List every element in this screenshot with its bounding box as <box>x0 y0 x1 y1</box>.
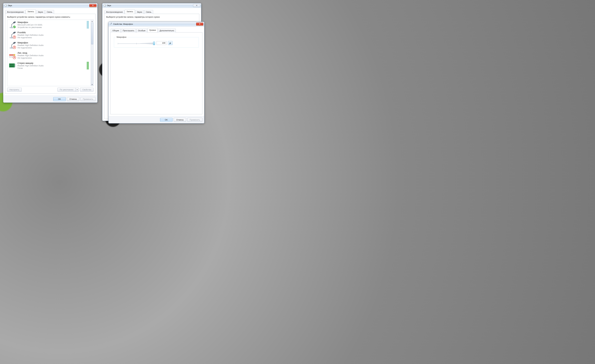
titlebar[interactable]: Звук X <box>3 3 97 8</box>
device-icon <box>8 41 16 49</box>
svg-point-11 <box>14 54 15 56</box>
tab-playback[interactable]: Воспроизведение <box>5 10 25 14</box>
device-icon <box>8 62 16 69</box>
svg-rect-15 <box>15 64 15 67</box>
titlebar[interactable]: Звук ✕ <box>102 3 201 8</box>
device-name: Стерео микшер <box>17 62 85 64</box>
cancel-button[interactable]: Отмена <box>174 118 186 122</box>
mic-icon <box>110 23 112 26</box>
apply-button[interactable]: Применить <box>80 97 96 101</box>
window-title: Свойства: Микрофон <box>113 23 133 25</box>
svg-point-22 <box>111 23 112 23</box>
device-driver: Realtek High Definition Audio <box>17 64 85 67</box>
sound-dialog-left: Звук X Воспроизведение Запись Звуки Связ… <box>3 3 98 103</box>
tabstrip: Воспроизведение Запись Звуки Связь <box>104 9 199 14</box>
tab-levels[interactable]: Уровни <box>147 28 157 32</box>
slider-thumb[interactable] <box>153 42 155 45</box>
window-title: Звук <box>8 4 12 7</box>
tab-communications[interactable]: Связь <box>45 10 54 14</box>
cancel-button[interactable]: Отмена <box>67 97 79 101</box>
hint-text: Выберите устройство записи, параметры ко… <box>106 16 197 18</box>
set-default-dropdown[interactable]: ▾ <box>76 88 79 92</box>
scrollbar[interactable]: ▲ ▼ <box>91 20 93 86</box>
mic-level-value[interactable]: 100 <box>156 41 166 45</box>
device-row[interactable]: МикрофонRealtek High Definition AudioНе … <box>7 40 91 50</box>
device-name: Лин. вход <box>17 52 90 54</box>
ok-button[interactable]: OK <box>160 118 172 122</box>
properties-button[interactable]: Свойства <box>80 88 93 92</box>
tab-page-levels: Микрофон 100 🔊 <box>110 32 202 114</box>
svg-rect-14 <box>9 63 15 68</box>
mute-button[interactable]: 🔊 <box>168 41 173 45</box>
tab-playback[interactable]: Воспроизведение <box>105 10 124 14</box>
app-icon <box>104 4 106 7</box>
close-button[interactable]: X <box>196 23 203 26</box>
device-row[interactable]: Стерео микшерRealtek High Definition Aud… <box>7 61 91 71</box>
dialog-footer: OK Отмена Применить <box>108 116 204 123</box>
device-name: FrontMic <box>17 31 90 34</box>
device-row[interactable]: Лин. входRealtek High Definition AudioНе… <box>7 50 91 61</box>
set-default-split-button[interactable]: По умолчанию ▾ <box>57 88 79 92</box>
close-button[interactable]: X <box>89 4 96 7</box>
mic-properties-dialog: Свойства: Микрофон X Общие Прослушать Ос… <box>108 22 204 124</box>
svg-rect-21 <box>111 24 111 25</box>
tab-general[interactable]: Общие <box>111 29 121 33</box>
device-name: Микрофон <box>17 41 90 44</box>
mic-level-slider[interactable] <box>118 41 155 45</box>
tab-page-recording: Выберите устройство записи, параметры ко… <box>5 14 96 94</box>
device-icon <box>8 52 16 59</box>
device-icon <box>8 21 16 28</box>
hint-text: Выберите устройство записи, параметры ко… <box>7 16 93 18</box>
tab-recording[interactable]: Запись <box>26 9 36 14</box>
set-default-button[interactable]: По умолчанию <box>57 88 76 92</box>
device-driver: Microsoft LifeCam VX-5000. <box>17 24 85 26</box>
apply-button[interactable]: Применить <box>187 118 202 122</box>
svg-point-18 <box>13 64 13 65</box>
tab-sounds[interactable]: Звуки <box>135 10 144 14</box>
ok-button[interactable]: OK <box>53 97 66 101</box>
level-meter <box>87 62 89 69</box>
tabstrip: Воспроизведение Запись Звуки Связь <box>5 9 96 14</box>
svg-point-17 <box>11 64 12 65</box>
scroll-down-icon[interactable]: ▼ <box>91 83 93 86</box>
svg-rect-9 <box>9 55 14 55</box>
tab-listen[interactable]: Прослушать <box>121 29 136 33</box>
device-row[interactable]: МикрофонMicrosoft LifeCam VX-5000.Устрой… <box>7 20 91 30</box>
svg-rect-19 <box>10 66 14 67</box>
app-icon <box>5 4 7 7</box>
tab-recording[interactable]: Запись <box>125 9 135 14</box>
dialog-footer: OK Отмена Применить <box>3 96 97 103</box>
device-status: Устройство по умолчанию <box>17 26 85 28</box>
tab-communications[interactable]: Связь <box>144 10 153 14</box>
mic-level-group: Микрофон 100 🔊 <box>114 37 199 48</box>
device-driver: Realtek High Definition Audio <box>17 34 90 36</box>
device-driver: Realtek High Definition Audio <box>17 44 90 46</box>
tab-advanced[interactable]: Дополнительно <box>158 29 176 33</box>
device-icon <box>8 31 16 39</box>
device-status: Не подключено <box>17 57 90 59</box>
tab-sounds[interactable]: Звуки <box>36 10 45 14</box>
window-title: Звук <box>107 4 111 7</box>
titlebar[interactable]: Свойства: Микрофон X <box>108 22 204 27</box>
tabstrip: Общие Прослушать Особые Уровни Дополните… <box>110 28 202 33</box>
device-status: Готов <box>17 67 85 69</box>
device-row[interactable]: FrontMicRealtek High Definition AudioНе … <box>7 30 91 40</box>
configure-button[interactable]: Настроить <box>7 88 22 92</box>
scroll-up-icon[interactable]: ▲ <box>91 20 93 22</box>
speaker-icon: 🔊 <box>169 42 171 44</box>
device-list: МикрофонMicrosoft LifeCam VX-5000.Устрой… <box>7 20 93 86</box>
level-meter <box>87 21 89 28</box>
device-name: Микрофон <box>17 21 85 23</box>
close-button[interactable]: ✕ <box>193 4 200 7</box>
device-driver: Realtek High Definition Audio <box>17 54 90 57</box>
group-label: Микрофон <box>116 36 127 38</box>
scroll-thumb[interactable] <box>91 23 93 44</box>
device-status: Не подключено <box>17 36 90 39</box>
svg-point-16 <box>10 64 11 65</box>
tab-custom[interactable]: Особые <box>136 29 147 33</box>
device-status: Не подключено <box>17 47 90 49</box>
